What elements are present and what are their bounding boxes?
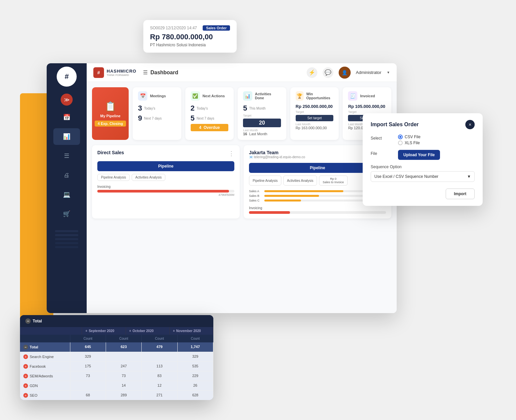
sidebar-item-cart[interactable]: 🛒 (53, 206, 80, 222)
csv-label: CSV File (405, 135, 420, 139)
upload-file-btn[interactable]: Upload Your File (398, 150, 440, 160)
pipeline-icon: 📋 (105, 101, 116, 112)
minus-icon[interactable]: − (23, 345, 28, 349)
dt-col-hdr-count2: Count (106, 335, 142, 342)
dt-cell-sem-label: + SEM/Adwords (20, 371, 70, 381)
jakarta-activities-analysis-btn[interactable]: Activities Analysis (283, 176, 317, 186)
overdue-label: Overdue (204, 125, 220, 130)
brand-logo-icon: # (97, 70, 100, 75)
brand: # HASHMICRO THINK FORWARD (93, 67, 136, 78)
activities-target-value: 20 (243, 119, 281, 127)
table-row: + GDN 14 12 26 (20, 381, 213, 391)
meetings-card: 📅 Meetings 3 Today's 9 Next 7 days (133, 87, 181, 140)
direct-sales-pipeline-analysis-btn[interactable]: Pipeline Analysis (97, 174, 130, 181)
modal-file-row: File Upload Your File (371, 150, 475, 160)
table-row: + Search Engine 329 329 (20, 352, 213, 362)
sales-b-fill (264, 195, 319, 197)
dt-cell-gdn-c1 (70, 381, 106, 390)
dt-cell-seo-c4: 628 (178, 391, 213, 400)
message-icon[interactable]: 💬 (323, 67, 333, 78)
radio-group: CSV File XLS File (398, 135, 475, 145)
xls-option[interactable]: XLS File (398, 141, 475, 145)
sales-c-fill (264, 200, 301, 202)
dt-col-group-sep2020-label: September 2020 (89, 329, 114, 333)
sidebar-item-list[interactable]: ☰ (53, 148, 80, 164)
plus-icon[interactable]: + (23, 383, 28, 388)
win-set-target-btn[interactable]: Set target (296, 115, 334, 121)
jakarta-invoicing-section: Invoicing (249, 206, 386, 214)
invoiced-title: Invoiced (360, 94, 375, 98)
jakarta-sales-to-invoice-btn[interactable]: Rp 0Sales to Invoice (319, 176, 348, 186)
invoicing-label: Invoicing (97, 185, 234, 189)
dt-cell-seo-label: + SEO (20, 391, 70, 400)
jakarta-team-email: 📧 telering@trading-id.equio-demo.co (249, 155, 305, 159)
dt-cell-sem-c3: 83 (142, 371, 177, 381)
csv-radio[interactable] (398, 135, 403, 139)
sequence-value: Use Excel / CSV Sequence Number (374, 174, 438, 179)
dt-col-group-nov2020-label: November 2020 (176, 329, 201, 333)
invoiced-amount: Rp 105.000.000,00 (348, 104, 386, 109)
plus-icon[interactable]: + (23, 364, 28, 369)
sidebar-item-calendar[interactable]: 📅 (53, 109, 80, 126)
sidebar-item-print[interactable]: 🖨 (53, 167, 80, 184)
dt-cell-fb-c1: 175 (70, 362, 106, 371)
sidebar-item-monitor[interactable]: 💻 (53, 186, 80, 203)
admin-dropdown-icon[interactable]: ▼ (387, 71, 390, 74)
dt-col-group-spacer (20, 327, 82, 335)
dt-header-title: Total (33, 319, 42, 323)
avatar: 👤 (339, 67, 351, 79)
sidebar-item-double-arrow[interactable]: ≫ (61, 94, 73, 106)
direct-sales-more-icon[interactable]: ⋮ (228, 150, 234, 157)
next-actions-card: ✅ Next Actions 2 Today's 5 Next 7 days 4… (185, 87, 234, 140)
sidebar-item-chart[interactable]: 📊 (53, 128, 80, 145)
sidebar-skeleton (55, 230, 78, 250)
browser-window: # ≫ 📅 📊 ☰ 🖨 💻 🛒 # HASHMICRO (47, 63, 397, 313)
plus-icon[interactable]: + (23, 354, 28, 359)
dt-cell-se-c1: 329 (70, 352, 106, 361)
dt-cell-sem-c2: 73 (106, 371, 142, 381)
exp-closing-badge[interactable]: 4 Exp. Closing (95, 121, 126, 127)
main-content: # HASHMICRO THINK FORWARD ☰ Dashboard ⚡ … (87, 63, 397, 313)
dt-col-group-oct2020[interactable]: + October 2020 (126, 327, 170, 335)
dt-col-group-sep2020[interactable]: + September 2020 (82, 327, 126, 335)
sidebar: # ≫ 📅 📊 ☰ 🖨 💻 🛒 (47, 63, 87, 313)
page-title: Dashboard (150, 70, 178, 76)
tooltip-amount: Rp 780.000.000,00 (150, 33, 230, 41)
activities-this-month-count: 5 (243, 104, 247, 113)
overdue-badge[interactable]: 4 Overdue (191, 124, 229, 131)
activities-icon: 📊 (243, 91, 252, 101)
invoicing-bar-value: 479M/500M (97, 193, 234, 197)
direct-sales-card: Direct Sales ⋮ Pipeline Pipeline Analysi… (92, 145, 240, 218)
direct-sales-activities-analysis-btn[interactable]: Activities Analysis (132, 174, 165, 181)
invoicing-bar-track (97, 190, 234, 193)
invoiced-icon: 🧾 (348, 91, 357, 101)
plus-icon[interactable]: + (23, 393, 28, 398)
xls-radio[interactable] (398, 141, 403, 145)
brand-tagline: THINK FORWARD (107, 74, 136, 77)
csv-option[interactable]: CSV File (398, 135, 475, 139)
jakarta-invoicing-bar-fill (249, 211, 290, 214)
table-row: − Total 645 623 479 1,747 (20, 342, 213, 352)
top-nav-center: ☰ Dashboard (143, 69, 178, 76)
sales-a-label: Sales A (249, 190, 262, 193)
hamburger-icon[interactable]: ☰ (143, 69, 148, 76)
jakarta-invoicing-bar-track (249, 211, 386, 214)
modal-close-btn[interactable]: × (465, 120, 475, 129)
sequence-select[interactable]: Use Excel / CSV Sequence Number ▼ (371, 171, 475, 182)
dt-col-group-nov2020[interactable]: + November 2020 (170, 327, 213, 335)
direct-sales-pipeline-btn[interactable]: Pipeline (97, 161, 234, 171)
dt-cell-total-c3: 479 (142, 342, 177, 352)
plus-icon[interactable]: + (23, 374, 28, 378)
modal-header: Import Sales Order × (371, 120, 475, 129)
dt-collapse-icon[interactable]: − (25, 318, 31, 324)
import-btn[interactable]: Import (446, 189, 475, 199)
next-actions-next7-label: Next 7 days (197, 117, 214, 120)
lightning-icon[interactable]: ⚡ (307, 67, 317, 78)
dt-cell-se-c2 (106, 352, 142, 361)
win-amount: Rp 250.000.000,00 (296, 104, 334, 109)
admin-label[interactable]: Administrator (356, 70, 382, 75)
sequence-label: Sequence Option (371, 165, 475, 169)
kpi-row: 📋 My Pipeline 4 Exp. Closing 📅 Meetings … (92, 87, 391, 140)
jakarta-pipeline-analysis-btn[interactable]: Pipeline Analysis (249, 176, 281, 186)
direct-sales-title: Direct Sales (97, 150, 124, 155)
